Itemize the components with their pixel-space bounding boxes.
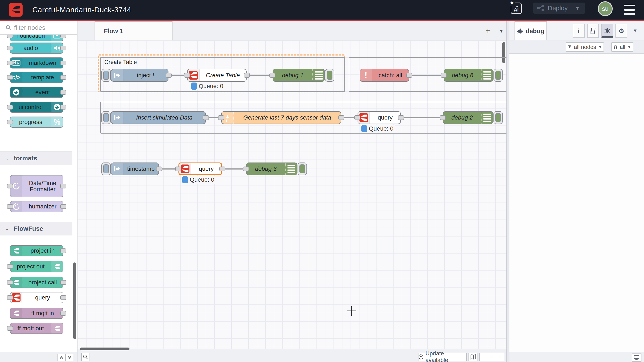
canvas-node-debug-2[interactable]: debug 2 bbox=[443, 111, 493, 124]
main-menu-button[interactable] bbox=[624, 5, 635, 15]
palette-node-project-out[interactable]: project out bbox=[0, 261, 72, 272]
palette-scrollbar[interactable] bbox=[73, 262, 76, 339]
wire[interactable] bbox=[246, 75, 272, 76]
palette-node-ff-mqtt-in[interactable]: ff mqtt in bbox=[0, 308, 72, 319]
palette-filter-input[interactable] bbox=[14, 24, 70, 31]
canvas-node-query[interactable]: query bbox=[358, 111, 401, 124]
ai-assistant-button[interactable]: ✦ ✦ AI bbox=[511, 2, 522, 14]
sidebar-menu-caret-icon[interactable]: ▾ bbox=[634, 27, 636, 34]
canvas-horizontal-scrollbar[interactable] bbox=[80, 348, 130, 350]
palette-scroll-area[interactable]: ⌄formats⌄FlowFusenotificationaudiomarkdo… bbox=[0, 35, 77, 352]
sidebar: debug i ⚙ ▾ all nodes ▼ all ▼ bbox=[510, 21, 644, 362]
sidebar-tab-config[interactable]: ⚙ bbox=[616, 24, 627, 38]
palette-node-markdown[interactable]: markdown bbox=[0, 57, 72, 68]
canvas-node-debug-1[interactable]: debug 1 bbox=[272, 69, 325, 82]
input-port bbox=[7, 61, 13, 65]
flow-list-caret-icon[interactable]: ▾ bbox=[497, 25, 506, 36]
wire[interactable] bbox=[401, 117, 443, 118]
output-port bbox=[60, 280, 66, 285]
canvas-node-debug-6[interactable]: debug 6 bbox=[444, 69, 493, 82]
update-available-button[interactable]: Update available bbox=[418, 353, 466, 361]
inject-button[interactable] bbox=[101, 69, 111, 82]
zoom-in-button[interactable]: + bbox=[496, 353, 504, 361]
canvas-node-timestamp[interactable]: timestamp bbox=[111, 163, 159, 175]
sidebar-tab-debug-button[interactable] bbox=[602, 24, 613, 38]
palette-node-project-in[interactable]: project in bbox=[0, 245, 72, 256]
funnel-icon bbox=[568, 45, 572, 49]
canvas-node-query[interactable]: query bbox=[178, 163, 222, 175]
output-port[interactable] bbox=[244, 73, 250, 78]
input-port bbox=[7, 184, 13, 188]
canvas-node-inject[interactable]: inject ¹ bbox=[111, 69, 168, 82]
output-port[interactable] bbox=[203, 115, 209, 120]
monitor-icon bbox=[634, 355, 640, 360]
debug-clear-dropdown[interactable]: all ▼ bbox=[611, 42, 633, 52]
palette-node-event[interactable]: event bbox=[0, 87, 72, 98]
canvas-search-button[interactable] bbox=[81, 353, 90, 361]
sidebar-tab-debug[interactable]: debug bbox=[514, 21, 547, 40]
status-dot bbox=[362, 125, 367, 132]
input-port[interactable] bbox=[184, 73, 190, 78]
palette-node-date-time-formatter[interactable]: Date/Time Formatter bbox=[0, 175, 72, 197]
input-port[interactable] bbox=[440, 115, 446, 120]
inject-button[interactable] bbox=[101, 111, 111, 124]
palette-node-template[interactable]: </>template bbox=[0, 72, 72, 83]
add-flow-button[interactable]: + bbox=[482, 25, 493, 36]
sidebar-tab-help[interactable] bbox=[587, 24, 599, 38]
output-port[interactable] bbox=[219, 167, 225, 171]
output-port[interactable] bbox=[398, 115, 404, 120]
input-port[interactable] bbox=[243, 167, 249, 171]
wire[interactable] bbox=[409, 75, 444, 76]
speaker-icon bbox=[53, 45, 61, 51]
palette-node-query[interactable]: query bbox=[0, 292, 72, 303]
palette-node-progress[interactable]: progress% bbox=[0, 117, 72, 128]
input-port[interactable] bbox=[218, 115, 224, 120]
node-red-editor: Careful-Mandarin-Duck-3744 ✦ ✦ AI Deploy… bbox=[0, 0, 644, 362]
palette-node-humanizer[interactable]: humanizer bbox=[0, 201, 72, 212]
debug-button[interactable] bbox=[494, 69, 503, 82]
output-port[interactable] bbox=[166, 73, 172, 78]
output-port[interactable] bbox=[156, 167, 162, 171]
navigator-button[interactable] bbox=[468, 353, 478, 361]
gear-icon: ⚙ bbox=[618, 27, 624, 35]
palette-node-audio[interactable]: audio bbox=[0, 42, 72, 54]
canvas-node-insert-simulated-data[interactable]: Insert simulated Data bbox=[111, 111, 206, 124]
output-port bbox=[60, 295, 66, 300]
debug-button[interactable] bbox=[298, 163, 307, 175]
canvas-node-create-table[interactable]: Create Table bbox=[187, 69, 246, 82]
palette-node-ff-mqtt-out[interactable]: ff mqtt out bbox=[0, 323, 72, 334]
debug-button[interactable] bbox=[494, 111, 503, 124]
canvas-node-generate-last-7-days-sensor-data[interactable]: ƒGenerate last 7 days sensor data bbox=[221, 111, 341, 124]
input-port[interactable] bbox=[270, 73, 275, 78]
open-in-window-button[interactable] bbox=[632, 354, 642, 362]
palette-section-flowfuse[interactable]: ⌄FlowFuse bbox=[0, 222, 72, 235]
sidebar-splitter[interactable] bbox=[506, 21, 510, 362]
sidebar-tab-info[interactable]: i bbox=[573, 24, 584, 38]
flow-canvas[interactable]: Create TableQueue: 0Queue: 0Queue: 0inje… bbox=[78, 40, 506, 349]
zoom-reset-button[interactable]: ○ bbox=[488, 353, 496, 361]
output-port[interactable] bbox=[338, 115, 344, 120]
zoom-out-button[interactable]: − bbox=[480, 353, 488, 361]
user-avatar[interactable]: su bbox=[598, 1, 613, 16]
deploy-button[interactable]: Deploy ▼ bbox=[533, 2, 585, 14]
palette-collapse-all-button[interactable] bbox=[58, 354, 66, 361]
input-port bbox=[7, 295, 13, 300]
deploy-caret-icon[interactable]: ▼ bbox=[575, 5, 580, 11]
input-port[interactable] bbox=[354, 115, 360, 120]
inject-button[interactable] bbox=[101, 163, 111, 175]
input-port[interactable] bbox=[175, 167, 181, 171]
canvas-node-catch-all[interactable]: !catch: all bbox=[360, 69, 409, 82]
canvas-node-debug-3[interactable]: debug 3 bbox=[246, 163, 297, 175]
output-port[interactable] bbox=[406, 73, 412, 78]
palette-section-formats[interactable]: ⌄formats bbox=[0, 152, 72, 165]
palette-expand-all-button[interactable] bbox=[66, 354, 73, 361]
palette-node-ui-control[interactable]: ui control bbox=[0, 102, 72, 113]
flowfuse-red-icon bbox=[359, 113, 368, 122]
tab-flow-1[interactable]: Flow 1 bbox=[94, 21, 172, 40]
wire[interactable] bbox=[222, 169, 246, 170]
palette-node-notification[interactable]: notification bbox=[0, 35, 72, 41]
palette-node-project-call[interactable]: project call bbox=[0, 277, 72, 288]
input-port[interactable] bbox=[440, 73, 446, 78]
debug-button[interactable] bbox=[325, 69, 334, 82]
debug-filter-dropdown[interactable]: all nodes ▼ bbox=[566, 42, 604, 52]
